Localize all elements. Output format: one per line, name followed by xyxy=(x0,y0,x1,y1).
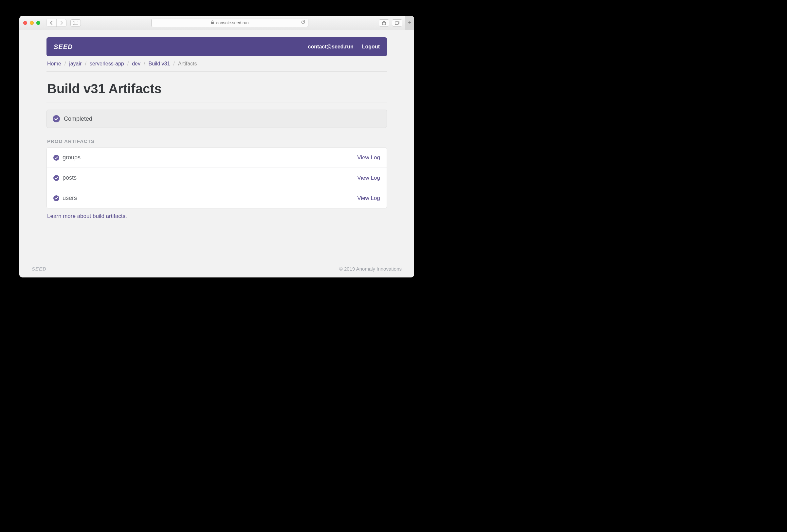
svg-point-7 xyxy=(54,155,59,161)
window-minimize-button[interactable] xyxy=(30,21,34,25)
artifact-list: groups View Log posts View Log xyxy=(46,147,387,208)
page-title: Build v31 Artifacts xyxy=(46,72,387,103)
new-tab-button[interactable]: + xyxy=(405,16,414,30)
footer-copyright: © 2019 Anomaly Innovations xyxy=(339,266,402,271)
page: SEED contact@seed.run Logout Home / jaya… xyxy=(19,30,414,278)
footer: SEED © 2019 Anomaly Innovations xyxy=(19,260,414,278)
svg-rect-2 xyxy=(211,22,214,24)
lock-icon xyxy=(211,20,214,25)
breadcrumb-build[interactable]: Build v31 xyxy=(148,61,170,67)
svg-rect-5 xyxy=(395,22,399,25)
browser-window: console.seed.run + SEED contact@seed.run… xyxy=(19,16,414,278)
artifact-name: groups xyxy=(63,154,81,161)
svg-point-8 xyxy=(54,175,59,181)
view-log-link[interactable]: View Log xyxy=(357,154,380,161)
breadcrumb: Home / jayair / serverless-app / dev / B… xyxy=(46,56,387,72)
traffic-lights xyxy=(23,21,40,25)
svg-point-6 xyxy=(53,115,60,123)
section-label: PROD ARTIFACTS xyxy=(46,138,387,147)
check-circle-icon xyxy=(53,115,60,123)
artifact-row: groups View Log xyxy=(47,148,387,168)
status-card: Completed xyxy=(46,110,387,128)
artifact-name: users xyxy=(63,195,77,202)
url-bar[interactable]: console.seed.run xyxy=(151,19,309,27)
nav-back-button[interactable] xyxy=(46,19,56,26)
artifact-left: posts xyxy=(54,174,77,181)
check-circle-icon xyxy=(54,175,59,181)
tabs-button[interactable] xyxy=(392,19,402,26)
breadcrumb-separator-icon: / xyxy=(144,61,145,67)
check-circle-icon xyxy=(54,195,59,201)
breadcrumb-separator-icon: / xyxy=(85,61,86,67)
check-circle-icon xyxy=(54,155,59,161)
breadcrumb-user[interactable]: jayair xyxy=(69,61,82,67)
artifact-row: users View Log xyxy=(47,188,387,208)
breadcrumb-stage[interactable]: dev xyxy=(132,61,141,67)
page-inner: SEED contact@seed.run Logout Home / jaya… xyxy=(46,30,387,246)
breadcrumb-separator-icon: / xyxy=(127,61,129,67)
view-log-link[interactable]: View Log xyxy=(357,195,380,202)
brand-logo[interactable]: SEED xyxy=(54,43,73,51)
topbar-right: contact@seed.run Logout xyxy=(308,44,380,50)
view-log-link[interactable]: View Log xyxy=(357,175,380,181)
learn-more-link[interactable]: Learn more about build artifacts. xyxy=(46,213,128,220)
nav-forward-button[interactable] xyxy=(56,19,66,26)
reload-icon[interactable] xyxy=(301,20,305,25)
svg-rect-0 xyxy=(73,21,78,25)
footer-inner: SEED © 2019 Anomaly Innovations xyxy=(28,266,405,271)
breadcrumb-app[interactable]: serverless-app xyxy=(90,61,124,67)
artifact-name: posts xyxy=(63,174,77,181)
breadcrumb-separator-icon: / xyxy=(64,61,66,67)
chrome-right-controls: + xyxy=(379,16,410,30)
breadcrumb-home[interactable]: Home xyxy=(47,61,61,67)
svg-point-9 xyxy=(54,195,59,201)
breadcrumb-current: Artifacts xyxy=(178,61,197,67)
breadcrumb-separator-icon: / xyxy=(173,61,174,67)
window-close-button[interactable] xyxy=(23,21,27,25)
share-button[interactable] xyxy=(379,19,389,26)
artifact-left: groups xyxy=(54,154,81,161)
sidebar-toggle-button[interactable] xyxy=(70,19,81,26)
browser-chrome: console.seed.run + xyxy=(19,16,414,30)
status-text: Completed xyxy=(64,115,92,123)
nav-back-forward xyxy=(46,19,66,27)
window-maximize-button[interactable] xyxy=(36,21,40,25)
contact-link[interactable]: contact@seed.run xyxy=(308,44,354,50)
artifact-row: posts View Log xyxy=(47,168,387,188)
artifact-left: users xyxy=(54,195,77,202)
url-text: console.seed.run xyxy=(216,20,249,25)
topbar: SEED contact@seed.run Logout xyxy=(46,37,387,56)
footer-brand[interactable]: SEED xyxy=(32,266,46,271)
logout-link[interactable]: Logout xyxy=(362,44,380,50)
